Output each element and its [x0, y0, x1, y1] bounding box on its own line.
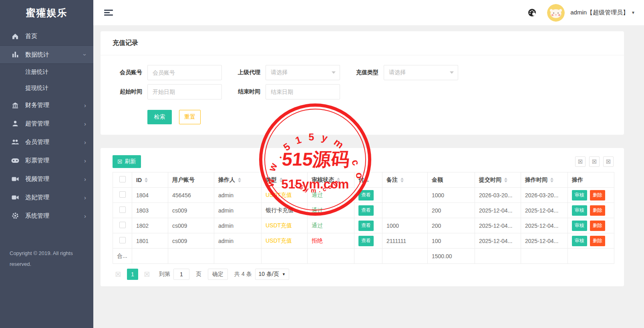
sidebar-item-system[interactable]: 系统管理 › — [0, 207, 93, 225]
sidebar-item-lottery[interactable]: 彩票管理 › — [0, 151, 93, 170]
table-card: ☒ 刷新 ☒ ☒ ☒ ID 用户账号 操作人 类型 — [101, 148, 624, 286]
sidebar-item-admin[interactable]: 超管管理 › — [0, 114, 93, 133]
sort-icon[interactable] — [145, 178, 148, 182]
col-voucher: 付... — [358, 176, 369, 183]
video-camera-icon — [11, 194, 19, 201]
end-time-label: 结束时间 — [231, 88, 260, 95]
page-size-select[interactable]: 10 条/页 ▼ — [255, 269, 289, 280]
video-camera-icon — [11, 175, 19, 182]
sidebar-item-withdraw-stats[interactable]: 提现统计 — [0, 80, 93, 96]
table-print-button[interactable]: ☒ — [603, 156, 614, 167]
chevron-right-icon: › — [84, 139, 86, 145]
search-card: 充值记录 会员账号 上级代理 请选择 充值类型 请选择 — [101, 31, 624, 135]
delete-button[interactable]: 删除 — [590, 190, 605, 200]
chevron-right-icon: › — [84, 121, 86, 127]
sort-icon[interactable] — [238, 178, 241, 182]
theme-palette-button[interactable] — [527, 8, 537, 17]
reset-button[interactable]: 重置 — [179, 110, 201, 124]
col-status: 审核状态 — [312, 176, 334, 184]
select-arrow-icon — [332, 71, 336, 74]
view-voucher-button[interactable]: 查看 — [358, 236, 374, 246]
row-checkbox[interactable] — [119, 237, 126, 243]
recharge-type-label: 充值类型 — [349, 69, 378, 76]
topbar: admin【超级管理员】 ▼ — [93, 0, 644, 25]
type-cell: USDT充值 — [262, 188, 308, 203]
sidebar-nav: 首页 数据统计 › 注册统计 提现统计 财务管理 › 超管管理 › — [0, 25, 93, 225]
sort-icon[interactable] — [280, 178, 283, 182]
pagination: ☒ 1 ☒ 到第 页 确定 共 4 条 10 条/页 ▼ — [113, 269, 614, 280]
sidebar-item-members[interactable]: 会员管理 › — [0, 133, 93, 151]
chevron-right-icon: › — [84, 102, 86, 108]
sidebar-item-home[interactable]: 首页 — [0, 27, 93, 45]
chevron-right-icon: › — [84, 176, 86, 182]
view-voucher-button[interactable]: 查看 — [358, 221, 374, 231]
type-cell: USDT充值 — [262, 218, 308, 233]
refresh-button[interactable]: ☒ 刷新 — [113, 155, 141, 168]
sort-icon[interactable] — [504, 178, 507, 182]
sort-icon[interactable] — [550, 178, 553, 182]
col-id: ID — [136, 177, 142, 183]
start-time-label: 起始时间 — [113, 88, 142, 95]
delete-button[interactable]: 删除 — [590, 221, 605, 231]
page-title: 充值记录 — [101, 31, 624, 55]
caret-down-icon: ▼ — [282, 272, 286, 276]
row-checkbox[interactable] — [119, 222, 126, 228]
delete-button[interactable]: 删除 — [590, 236, 605, 246]
search-button[interactable]: 检索 — [147, 110, 172, 124]
summary-row: 合... 1500.00 — [113, 249, 614, 264]
prev-icon: ☒ — [115, 271, 121, 278]
review-button[interactable]: 审核 — [572, 221, 587, 231]
page-1-button[interactable]: 1 — [127, 269, 138, 280]
avatar[interactable] — [547, 4, 565, 22]
view-voucher-button[interactable]: 查看 — [358, 205, 374, 216]
refresh-icon: ☒ — [117, 159, 123, 164]
next-page-button[interactable]: ☒ — [141, 269, 153, 280]
member-account-input[interactable] — [147, 65, 222, 80]
view-voucher-button[interactable]: 查看 — [358, 190, 374, 200]
menu-toggle-button[interactable] — [104, 8, 114, 17]
col-amount: 金额 — [432, 176, 443, 183]
table-row: 1801 cs009 admin USDT充值 拒绝 查看 2111111 10… — [113, 233, 614, 249]
sort-icon[interactable] — [400, 178, 404, 182]
sidebar: 蜜獾娱乐 首页 数据统计 › 注册统计 提现统计 财务管理 › — [0, 0, 93, 328]
review-button[interactable]: 审核 — [572, 190, 587, 200]
start-date-input[interactable] — [147, 84, 222, 99]
sort-icon[interactable] — [337, 178, 340, 182]
hamburger-icon — [104, 10, 113, 11]
table-export-button[interactable]: ☒ — [589, 156, 600, 167]
main-content: 充值记录 会员账号 上级代理 请选择 充值类型 请选择 — [93, 25, 644, 328]
bar-chart-icon — [11, 51, 19, 58]
table-filter-button[interactable]: ☒ — [575, 156, 586, 167]
chevron-right-icon: › — [84, 213, 86, 219]
sidebar-item-finance[interactable]: 财务管理 › — [0, 96, 93, 114]
row-checkbox[interactable] — [119, 207, 126, 213]
review-button[interactable]: 审核 — [572, 205, 587, 216]
user-menu[interactable]: admin【超级管理员】 ▼ — [570, 9, 635, 16]
review-button[interactable]: 审核 — [572, 236, 587, 246]
col-operator: 操作人 — [218, 176, 235, 184]
sidebar-item-concubine[interactable]: 选妃管理 › — [0, 188, 93, 207]
sidebar-item-data-stats[interactable]: 数据统计 › — [0, 45, 93, 64]
status-cell: 通过 — [308, 203, 354, 218]
goto-page-input[interactable] — [173, 269, 189, 280]
chevron-right-icon: › — [84, 194, 86, 200]
filter-icon: ☒ — [578, 159, 583, 164]
user-icon — [11, 120, 19, 127]
table-header-row: ID 用户账号 操作人 类型 审核状态 付... 备注 金额 提交时间 操作时间… — [113, 172, 614, 188]
select-all-checkbox[interactable] — [119, 176, 126, 182]
recharge-type-select[interactable]: 请选择 — [384, 65, 458, 80]
col-remark: 备注 — [386, 176, 398, 184]
col-submit-time: 提交时间 — [479, 176, 501, 184]
parent-agent-select[interactable]: 请选择 — [266, 65, 340, 80]
confirm-button[interactable]: 确定 — [208, 269, 228, 280]
copyright-text: Copyright © 2019. All rights reserved. — [10, 248, 82, 270]
end-date-input[interactable] — [266, 84, 340, 99]
print-icon: ☒ — [606, 159, 611, 164]
row-checkbox[interactable] — [119, 191, 126, 198]
sidebar-item-video[interactable]: 视频管理 › — [0, 170, 93, 188]
prev-page-button[interactable]: ☒ — [113, 269, 124, 280]
bank-icon — [11, 101, 19, 109]
gamepad-icon — [11, 157, 19, 164]
sidebar-item-register-stats[interactable]: 注册统计 — [0, 64, 93, 80]
delete-button[interactable]: 删除 — [590, 205, 605, 216]
